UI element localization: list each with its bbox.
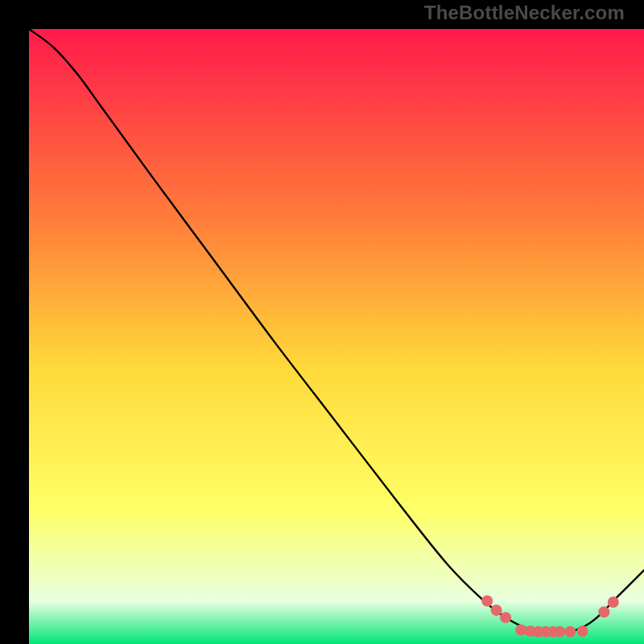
data-marker <box>491 605 502 616</box>
gradient-background <box>29 29 644 644</box>
data-marker <box>608 597 619 608</box>
data-marker <box>481 596 493 607</box>
data-marker <box>564 626 576 638</box>
data-marker <box>500 612 511 623</box>
watermark-text: TheBottleNecker.com <box>424 2 625 24</box>
chart-frame <box>14 14 630 630</box>
bottleneck-chart <box>29 29 644 644</box>
data-marker <box>554 626 565 638</box>
data-marker <box>598 606 609 617</box>
data-marker <box>577 625 588 637</box>
